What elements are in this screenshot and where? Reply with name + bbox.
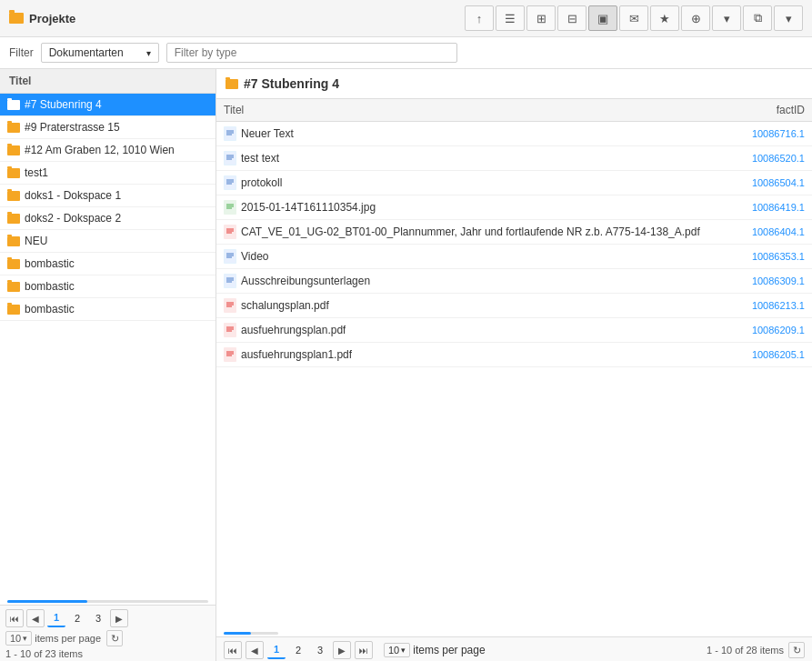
- content-per-page-value: 10: [388, 645, 399, 656]
- svg-rect-0: [225, 127, 236, 140]
- list-view-btn[interactable]: ☰: [496, 5, 525, 31]
- sidebar-item-test1[interactable]: test1: [0, 162, 216, 185]
- sidebar-item-neu[interactable]: NEU: [0, 230, 216, 253]
- svg-rect-4: [225, 152, 236, 165]
- content-first-page-btn[interactable]: ⏮: [224, 641, 242, 659]
- sidebar-per-page-chevron: ▾: [23, 634, 27, 643]
- sidebar-item-label-doks2: doks2 - Dokspace 2: [25, 212, 121, 225]
- app-folder-icon: [9, 13, 24, 24]
- svg-rect-28: [225, 299, 236, 312]
- content-prev-page-btn[interactable]: ◀: [246, 641, 264, 659]
- dropdown-chevron-icon: ▾: [146, 48, 151, 58]
- add-btn[interactable]: ⊕: [681, 5, 710, 31]
- content-refresh-btn[interactable]: ↻: [788, 642, 805, 658]
- sidebar-prev-page-btn[interactable]: ◀: [26, 609, 45, 627]
- sidebar-next-page-btn[interactable]: ▶: [110, 609, 128, 627]
- sidebar-item-doks2[interactable]: doks2 - Dokspace 2: [0, 207, 216, 230]
- sidebar-item-label-amgraben: #12 Am Graben 12, 1010 Wien: [25, 144, 175, 156]
- table-title-text-9: ausfuehrungsplan1.pdf: [241, 348, 352, 361]
- sidebar-per-page-select[interactable]: 10 ▾: [5, 631, 32, 646]
- sidebar-item-doks1[interactable]: doks1 - Dokspace 1: [0, 185, 216, 207]
- mail-btn[interactable]: ✉: [619, 5, 648, 31]
- filter-bar: Filter Dokumentarten ▾: [0, 37, 812, 69]
- star-btn[interactable]: ★: [650, 5, 679, 31]
- grid-view-btn[interactable]: ⊟: [557, 5, 586, 31]
- content-per-page-select[interactable]: 10 ▾: [384, 643, 410, 657]
- sidebar-item-bombastic3[interactable]: bombastic: [0, 298, 216, 321]
- content-table: Titel factID Neuer Text10086716.1 test t…: [216, 99, 812, 367]
- table-row[interactable]: protokoll10086504.1: [216, 171, 812, 195]
- content-items-per-page-label: items per page: [413, 644, 485, 656]
- sidebar-page-2[interactable]: 2: [68, 609, 86, 627]
- table-row[interactable]: schalungsplan.pdf10086213.1: [216, 294, 812, 318]
- sidebar-item-label-bombastic1: bombastic: [25, 257, 75, 270]
- file-icon-pdf: [224, 225, 236, 239]
- detail-view-btn[interactable]: ▣: [588, 5, 617, 31]
- sidebar-first-page-btn[interactable]: ⏮: [5, 609, 24, 627]
- content-next-page-btn[interactable]: ▶: [333, 641, 351, 659]
- folder-icon-doks2: [7, 214, 20, 224]
- tree-view-btn[interactable]: ⊞: [526, 5, 556, 31]
- table-row[interactable]: Neuer Text10086716.1: [216, 122, 812, 146]
- more-dropdown-btn[interactable]: ▾: [712, 5, 741, 31]
- sidebar-item-praterstrasse[interactable]: #9 Praterstrasse 15: [0, 116, 216, 139]
- sidebar-page-controls: ⏮ ◀ 1 2 3 ▶: [5, 609, 210, 627]
- table-cell-factid-9: 10086205.1: [707, 343, 812, 367]
- upload-btn[interactable]: ↑: [465, 5, 494, 31]
- file-icon-pdf: [224, 298, 236, 313]
- sidebar-item-label-doks1: doks1 - Dokspace 1: [25, 189, 121, 202]
- content-page-3[interactable]: 3: [311, 641, 329, 659]
- content-folder-icon: [226, 79, 238, 89]
- content-page-2[interactable]: 2: [289, 641, 307, 659]
- table-title-text-3: 2015-01-14T161110354.jpg: [241, 201, 376, 214]
- copy-btn[interactable]: ⧉: [743, 5, 772, 31]
- expand-btn[interactable]: ▾: [774, 5, 803, 31]
- table-row[interactable]: Video10086353.1: [216, 245, 812, 269]
- table-cell-title-0: Neuer Text: [216, 122, 707, 145]
- content-per-page-chevron: ▾: [401, 646, 406, 655]
- sidebar-page-3[interactable]: 3: [89, 609, 107, 627]
- app-title-area: Projekte: [9, 12, 75, 25]
- folder-icon-bombastic3: [7, 305, 20, 315]
- table-cell-title-5: Video: [216, 245, 707, 268]
- content-page-1[interactable]: 1: [267, 641, 286, 659]
- folder-icon-bombastic2: [7, 282, 20, 292]
- content-pagination: ⏮ ◀ 1 2 3 ▶ ⏭ 10 ▾ items per page 1 - 10…: [216, 636, 812, 661]
- table-cell-title-8: ausfuehrungsplan.pdf: [216, 318, 707, 342]
- table-cell-factid-7: 10086213.1: [707, 294, 812, 318]
- folder-icon-amgraben: [7, 145, 20, 155]
- content-title: #7 Stubenring 4: [244, 76, 339, 91]
- sidebar-item-amgraben[interactable]: #12 Am Graben 12, 1010 Wien: [0, 139, 216, 162]
- sidebar-item-stubenring[interactable]: #7 Stubenring 4: [0, 94, 216, 116]
- sidebar-item-bombastic1[interactable]: bombastic: [0, 253, 216, 275]
- svg-rect-12: [225, 201, 236, 214]
- svg-rect-8: [225, 176, 236, 189]
- sidebar-page-1[interactable]: 1: [47, 609, 65, 627]
- table-cell-title-6: Ausschreibungsunterlagen: [216, 269, 707, 293]
- table-cell-title-4: CAT_VE_01_UG-02_BT01-00_Plannummer, Jahr…: [216, 220, 707, 244]
- app-title: Projekte: [29, 12, 75, 25]
- sidebar-progress-fill: [7, 600, 87, 603]
- table-cell-factid-2: 10086504.1: [707, 171, 812, 195]
- table-row[interactable]: Ausschreibungsunterlagen10086309.1: [216, 269, 812, 294]
- sidebar-refresh-btn[interactable]: ↻: [106, 630, 123, 646]
- sidebar-items-info: 1 - 10 of 23 items: [5, 648, 210, 659]
- col-header-factid: factID: [707, 99, 812, 122]
- table-row[interactable]: CAT_VE_01_UG-02_BT01-00_Plannummer, Jahr…: [216, 220, 812, 245]
- filter-label: Filter: [9, 46, 34, 59]
- sidebar-item-label-stubenring: #7 Stubenring 4: [25, 98, 102, 111]
- filter-type-input[interactable]: [166, 43, 457, 63]
- file-icon-pdf: [224, 323, 236, 337]
- table-row[interactable]: 2015-01-14T161110354.jpg10086419.1: [216, 195, 812, 220]
- dokumentarten-dropdown[interactable]: Dokumentarten ▾: [41, 43, 159, 63]
- table-cell-title-2: protokoll: [216, 171, 707, 195]
- file-icon-pdf: [224, 347, 236, 362]
- table-row[interactable]: test text10086520.1: [216, 146, 812, 171]
- table-row[interactable]: ausfuehrungsplan1.pdf10086205.1: [216, 343, 812, 367]
- table-cell-factid-8: 10086209.1: [707, 318, 812, 343]
- table-cell-title-3: 2015-01-14T161110354.jpg: [216, 195, 707, 219]
- table-cell-factid-0: 10086716.1: [707, 122, 812, 146]
- content-last-page-btn[interactable]: ⏭: [355, 641, 373, 659]
- sidebar-item-bombastic2[interactable]: bombastic: [0, 275, 216, 298]
- table-row[interactable]: ausfuehrungsplan.pdf10086209.1: [216, 318, 812, 343]
